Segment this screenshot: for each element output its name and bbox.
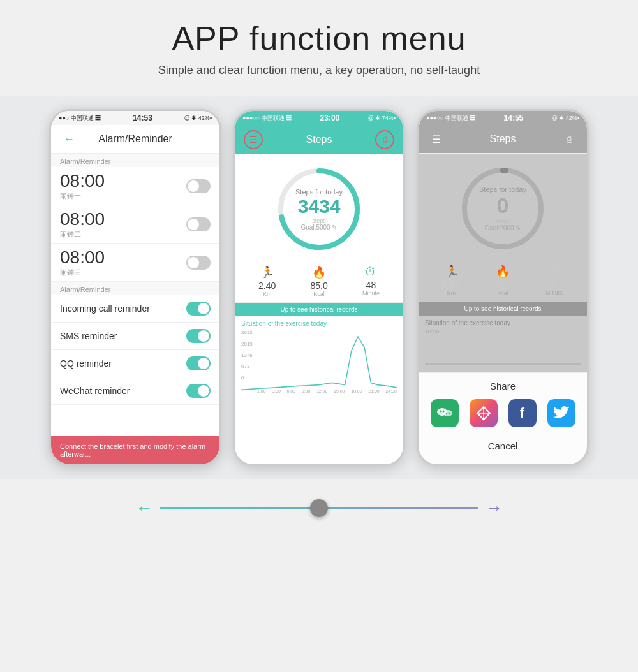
phone3-circle-number: 0	[479, 193, 526, 218]
reminder-qq: QQ reminder	[51, 350, 219, 377]
reminder-incoming-call: Incoming call reminder	[51, 295, 219, 323]
slider-arrow-left: ←	[135, 498, 153, 518]
stat-minute-unit: Minute	[362, 290, 380, 296]
chart2-y-labels: 2692 2019 1346 673 0	[241, 330, 253, 381]
phone3-stats-row: 🏃 0.00 Km 🔥 0.0 Kcal ⏱ 0 Minute	[419, 259, 587, 302]
phone3-circle-section: Steps for today 0 steps Goal:2000 ✎	[419, 154, 587, 259]
share-icons-row: f	[425, 399, 581, 427]
reminder-label-qq: QQ reminder	[60, 358, 112, 369]
phone1-time: 14:53	[133, 113, 152, 122]
phone2-circle-sublabel: steps	[295, 217, 343, 224]
phone1-status-bar: ●●○ 中国联通 ☰ 14:53 @ ✱ 42%▪	[51, 111, 219, 125]
phone3-nav: ☰ Steps ⎙	[419, 125, 587, 154]
phone3-share-icon[interactable]: ⎙	[560, 130, 578, 148]
share-cancel-button[interactable]: Cancel	[425, 435, 581, 457]
stat3-run-icon: 🏃	[445, 265, 459, 279]
phone2-history-banner[interactable]: Up to see historical records	[235, 303, 403, 316]
svg-point-9	[448, 413, 449, 414]
phone-3: ●●●○○ 中国联通 ☰ 14:55 @ ✱ 42%▪ ☰ Steps ⎙ St…	[417, 109, 589, 466]
reminder-label-sms: SMS reminder	[60, 331, 117, 341]
phone3-circle-goal: Goal:2000 ✎	[479, 224, 526, 231]
stat-km: 🏃 2.40 Km	[258, 265, 276, 297]
phone2-time: 23:00	[320, 113, 340, 122]
chart2-x-labels: 1:00 3:00 6:00 9:00 12:00 15:00 18:00 21…	[257, 389, 397, 393]
alarm-label-2: 闹钟二	[60, 230, 105, 239]
share-photo-icon[interactable]	[470, 399, 498, 427]
phone1-nav-title: Alarm/Reminder	[78, 133, 193, 145]
phone2-circle-section: Steps for today 3434 steps Goal:5000 ✎	[235, 154, 403, 260]
share-title: Share	[425, 381, 581, 391]
slider-thumb[interactable]	[310, 499, 328, 517]
reminder-toggle-wechat[interactable]	[186, 384, 211, 398]
alarm-time-3: 08:00	[60, 247, 105, 268]
phone3-circle-sublabel: steps	[479, 218, 526, 224]
phone3-time: 14:55	[504, 113, 524, 122]
slider-section: ← →	[0, 479, 638, 537]
phone3-carrier: ●●●○○ 中国联通 ☰	[426, 114, 475, 122]
slider-track[interactable]	[160, 507, 478, 509]
phones-container: ●●○ 中国联通 ☰ 14:53 @ ✱ 42%▪ ← Alarm/Remind…	[0, 96, 638, 479]
alarm-label-3: 闹钟三	[60, 268, 105, 277]
reminder-sms: SMS reminder	[51, 323, 219, 350]
phone2-share-icon[interactable]: ⎙	[375, 130, 394, 149]
reminder-toggle-sms[interactable]	[186, 329, 211, 343]
phone-1: ●●○ 中国联通 ☰ 14:53 @ ✱ 42%▪ ← Alarm/Remind…	[49, 109, 221, 466]
alarm-section-label-1: Alarm/Reminder	[51, 154, 219, 167]
reminder-toggle-incoming[interactable]	[186, 302, 211, 316]
phone2-circle-text: Steps for today 3434 steps Goal:5000 ✎	[295, 188, 343, 231]
phone3-steps-circle: Steps for today 0 steps Goal:2000 ✎	[458, 164, 547, 253]
stat3-minute: ⏱ 0 Minute	[545, 265, 563, 296]
stat3-kcal-value: 0.0	[496, 280, 508, 290]
alarm-item-1: 08:00 闹钟一	[51, 167, 219, 205]
alarm-toggle-2[interactable]	[186, 217, 211, 231]
phone1-carrier: ●●○ 中国联通 ☰	[59, 114, 101, 122]
phone2-steps-screen: Steps for today 3434 steps Goal:5000 ✎ 🏃…	[235, 154, 403, 464]
phone1-nav: ← Alarm/Reminder	[51, 125, 219, 154]
stat-run-icon: 🏃	[260, 265, 274, 279]
phone2-icons: @ ✱ 74%▪	[368, 115, 396, 121]
phone2-chart-section: Situation of the exercise today 2692 201…	[235, 316, 403, 464]
share-facebook-icon[interactable]: f	[508, 399, 537, 427]
stat3-minute-unit: Minute	[545, 289, 563, 296]
phone2-carrier: ●●●○○ 中国联通 ☰	[242, 114, 292, 122]
phone2-stats-row: 🏃 2.40 Km 🔥 85.0 Kcal ⏱ 48 Minute	[235, 260, 403, 303]
phone2-nav-title: Steps	[263, 134, 375, 145]
phone2-nav: ☰ Steps ⎙	[235, 125, 403, 154]
phone3-icons: @ ✱ 42%▪	[552, 115, 579, 121]
stat-km-unit: Km	[263, 291, 272, 297]
stat-kcal-unit: Kcal	[313, 291, 325, 297]
reminder-label-wechat: WeChat reminder	[60, 386, 130, 396]
phone2-chart-area: 2692 2019 1346 673 0 1:00 3:00 6:00 9:00…	[241, 330, 397, 393]
share-overlay: Share	[419, 372, 587, 464]
reminder-toggle-qq[interactable]	[186, 356, 211, 370]
phone3-circle-label: Steps for today	[479, 186, 526, 193]
phone2-circle-label: Steps for today	[295, 188, 343, 196]
stat-fire-icon: 🔥	[312, 265, 326, 279]
alarm-section-label-2: Alarm/Reminder	[51, 282, 219, 295]
page-subtitle: Simple and clear function menu, a key op…	[158, 64, 480, 77]
phone1-content: Alarm/Reminder 08:00 闹钟一 08:00 闹钟二	[51, 154, 219, 464]
stat3-fire-icon: 🔥	[496, 265, 510, 279]
stat-timer-icon: ⏱	[365, 265, 376, 279]
share-twitter-icon[interactable]	[547, 399, 575, 427]
phone3-menu-icon[interactable]: ☰	[427, 130, 445, 148]
stat-minute-value: 48	[366, 280, 376, 290]
slider-arrow-right: →	[485, 498, 503, 518]
stat-km-value: 2.40	[258, 281, 276, 291]
svg-point-6	[440, 411, 441, 413]
phone2-menu-icon[interactable]: ☰	[244, 130, 263, 149]
alarm-toggle-3[interactable]	[186, 256, 211, 270]
back-icon[interactable]: ←	[60, 130, 78, 148]
alarm-item-3: 08:00 闹钟三	[51, 244, 219, 282]
phone3-history-banner[interactable]: Up to see historical records	[419, 302, 587, 316]
alarm-toggle-1[interactable]	[186, 179, 211, 193]
svg-point-7	[442, 411, 444, 413]
share-wechat-icon[interactable]	[431, 399, 459, 427]
phone2-circle-goal: Goal:5000 ✎	[295, 224, 343, 231]
phone3-circle-text: Steps for today 0 steps Goal:2000 ✎	[479, 186, 526, 231]
phone2-status-bar: ●●●○○ 中国联通 ☰ 23:00 @ ✱ 74%▪	[235, 111, 403, 125]
stat3-km-value: 0.00	[443, 280, 460, 290]
reminder-label-incoming: Incoming call reminder	[60, 303, 150, 314]
stat3-kcal-unit: Kcal	[497, 290, 508, 296]
alarm-time-2: 08:00	[60, 209, 105, 230]
